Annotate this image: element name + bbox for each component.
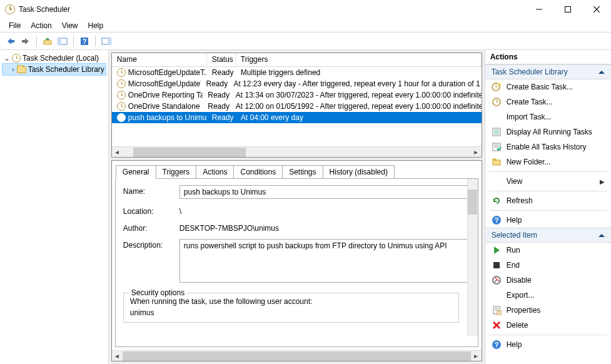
task-row[interactable]: MicrosoftEdgeUpdateT...ReadyMultiple tri… — [112, 67, 482, 78]
action-export[interactable]: Export... — [485, 288, 611, 303]
blank-icon — [492, 176, 502, 186]
scroll-left-icon[interactable]: ◂ — [112, 351, 123, 361]
scroll-right-icon[interactable]: ▸ — [471, 147, 482, 158]
scroll-thumb[interactable] — [133, 148, 246, 157]
name-field[interactable]: push backups to Unimus — [179, 185, 470, 199]
action-label: Enable All Tasks History — [507, 143, 587, 151]
blank-icon — [492, 290, 502, 300]
actions-title: Actions — [485, 50, 611, 64]
expander-icon[interactable]: ⌄ — [4, 54, 10, 63]
menu-action[interactable]: Action — [26, 20, 56, 31]
description-field[interactable]: runs powershell script to push backups f… — [179, 239, 470, 283]
action-end[interactable]: End — [485, 258, 611, 273]
show-hide-console-tree-button[interactable] — [56, 34, 69, 48]
show-hide-action-pane-button[interactable] — [99, 34, 113, 48]
action-label: Create Task... — [507, 98, 553, 106]
location-value: \ — [179, 205, 181, 216]
disable-icon — [492, 275, 502, 285]
list-icon — [492, 127, 502, 137]
expander-icon[interactable]: › — [11, 65, 15, 74]
help-icon: ? — [492, 215, 502, 225]
action-label: Run — [507, 246, 520, 255]
task-status: Ready — [201, 79, 228, 88]
actions-group-library[interactable]: Task Scheduler Library — [485, 64, 611, 79]
scroll-left-icon[interactable]: ◂ — [112, 147, 123, 158]
tab-conditions[interactable]: Conditions — [233, 165, 283, 179]
action-label: Help — [507, 216, 522, 225]
tab-actions[interactable]: Actions — [196, 165, 234, 179]
back-button[interactable] — [4, 34, 18, 48]
author-label: Author: — [123, 222, 173, 233]
tab-general[interactable]: General — [116, 165, 156, 179]
action-label: Import Task... — [507, 113, 552, 121]
scroll-right-icon[interactable]: ▸ — [471, 351, 482, 361]
window-controls — [525, 0, 611, 19]
task-name: MicrosoftEdgeUpdateT... — [128, 79, 201, 88]
action-help[interactable]: ?Help — [485, 213, 611, 228]
clock-icon — [117, 91, 126, 99]
actions-group-selected[interactable]: Selected Item — [485, 228, 611, 243]
close-button[interactable] — [582, 0, 611, 19]
task-row[interactable]: OneDrive Standalone U...ReadyAt 12:00 on… — [112, 101, 482, 112]
action-new-folder[interactable]: New Folder... — [485, 154, 611, 169]
task-row[interactable]: push backups to UnimusReadyAt 04:00 ever… — [112, 112, 482, 123]
menu-bar: File Action View Help — [0, 19, 611, 33]
maximize-button[interactable] — [553, 0, 582, 19]
tab-settings[interactable]: Settings — [282, 165, 323, 179]
forward-button[interactable] — [19, 34, 33, 48]
action-display-all-running-tasks[interactable]: Display All Running Tasks — [485, 124, 611, 139]
col-header-status[interactable]: Status — [207, 53, 236, 66]
action-help[interactable]: ?Help — [485, 337, 611, 352]
action-refresh[interactable]: Refresh — [485, 193, 611, 208]
scroll-thumb[interactable] — [123, 351, 471, 361]
action-label: Help — [507, 340, 522, 349]
action-create-basic-task[interactable]: Create Basic Task... — [485, 79, 611, 94]
task-row[interactable]: OneDrive Reporting Tas...ReadyAt 13:34 o… — [112, 89, 482, 101]
clock-star-icon — [492, 82, 502, 92]
task-list-hscroll[interactable]: ◂ ▸ — [112, 146, 482, 157]
action-enable-all-tasks-history[interactable]: Enable All Tasks History — [485, 139, 611, 154]
description-label: Description: — [123, 239, 173, 250]
blank-icon — [492, 112, 502, 122]
tree-task-library[interactable]: › Task Scheduler Library — [3, 64, 106, 75]
action-label: Delete — [507, 321, 528, 330]
menu-file[interactable]: File — [4, 20, 26, 31]
action-view[interactable]: View▶ — [485, 174, 611, 189]
menu-view[interactable]: View — [57, 20, 83, 31]
action-label: Properties — [507, 306, 541, 315]
security-text: When running the task, use the following… — [130, 297, 452, 306]
tab-triggers[interactable]: Triggers — [156, 165, 197, 179]
menu-help[interactable]: Help — [83, 20, 109, 31]
action-disable[interactable]: Disable — [485, 273, 611, 288]
minimize-button[interactable] — [525, 0, 553, 19]
collapse-icon[interactable] — [598, 234, 605, 237]
collapse-icon[interactable] — [598, 71, 605, 74]
action-import-task[interactable]: Import Task... — [485, 109, 611, 124]
task-triggers: At 13:34 on 30/07/2023 - After triggered… — [231, 91, 482, 99]
help-button[interactable]: ? — [78, 34, 91, 48]
up-button[interactable] — [41, 34, 54, 48]
svg-rect-27 — [493, 160, 500, 165]
details-vscroll[interactable] — [467, 179, 478, 336]
details-hscroll[interactable]: ◂ ▸ — [112, 350, 482, 361]
action-properties[interactable]: Properties — [485, 303, 611, 318]
task-status: Ready — [203, 102, 231, 111]
author-value: DESKTOP-7MBSPJO\unimus — [179, 222, 279, 233]
tab-history-disabled-[interactable]: History (disabled) — [323, 165, 395, 179]
tree-root[interactable]: ⌄ Task Scheduler (Local) — [3, 53, 106, 64]
action-label: Refresh — [507, 196, 533, 205]
action-create-task[interactable]: Create Task... — [485, 94, 611, 109]
action-label: Create Basic Task... — [507, 83, 573, 91]
col-header-triggers[interactable]: Triggers — [236, 53, 482, 66]
col-header-name[interactable]: Name — [112, 53, 207, 66]
task-row[interactable]: MicrosoftEdgeUpdateT...ReadyAt 12:23 eve… — [112, 78, 482, 89]
action-run[interactable]: Run — [485, 243, 611, 258]
separator — [489, 191, 607, 191]
action-delete[interactable]: Delete — [485, 318, 611, 333]
action-label: Disable — [507, 276, 532, 285]
svg-rect-1 — [565, 7, 571, 13]
tree-pane: ⌄ Task Scheduler (Local) › Task Schedule… — [0, 50, 109, 364]
separator — [489, 210, 607, 211]
tab-general: Name: push backups to Unimus Location: \… — [115, 178, 478, 347]
task-name: MicrosoftEdgeUpdateT... — [128, 68, 207, 77]
